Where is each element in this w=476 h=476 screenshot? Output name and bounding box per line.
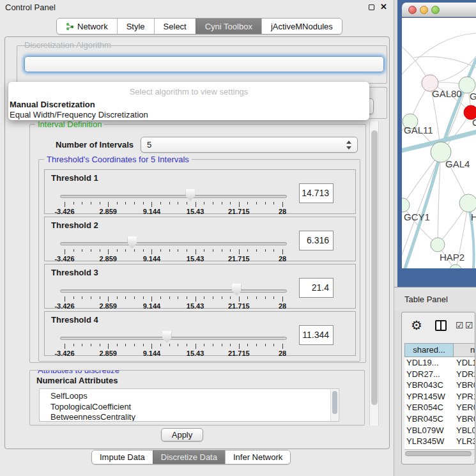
gear-icon[interactable]: ⚙ <box>411 318 422 333</box>
node-bottom-partial[interactable] <box>449 265 462 268</box>
network-canvas[interactable]: GAL80 GA C GAL11 GAL4 GCY1 H HAP2 <box>402 18 476 268</box>
table-cell: YDL1 <box>454 357 475 369</box>
menu-item-equal-width-frequency[interactable]: Equal Width/Frequency Discretization <box>8 110 369 120</box>
network-window-titlebar[interactable] <box>402 3 476 17</box>
attributes-group-label: Attributes to discretize <box>35 370 122 375</box>
table-row[interactable]: YER054CYER0 <box>404 402 475 413</box>
tab-label: Network <box>77 22 108 31</box>
slider-tick-labels: -3.4262.8599.14415.4321.71528 <box>65 255 282 263</box>
table-panel-window: ⚙ ☑ ☑ shared... na YDL19...YDL1YDR27...Y… <box>401 312 475 464</box>
threshold-2-panel: Threshold 2 -3.4262.8599.14415.4321.7152… <box>44 217 356 261</box>
threshold-value-field[interactable]: 21.4 <box>299 278 334 298</box>
table-cell: YBR045C <box>404 413 454 425</box>
attribute-list-item[interactable]: TopologicalCoefficient <box>40 402 339 413</box>
threshold-4-panel: Threshold 4 -3.4262.8599.14415.4321.7152… <box>44 311 356 356</box>
zoom-traffic-light[interactable] <box>431 6 440 14</box>
table-row[interactable]: YBR045CYBR0 <box>404 413 475 425</box>
tick-label: 2.859 <box>99 208 117 215</box>
table-horizontal-scrollbar[interactable] <box>404 449 475 456</box>
tick-label: 28 <box>279 255 286 263</box>
tab-impute-data[interactable]: Impute Data <box>92 450 153 464</box>
list-scrollbar[interactable] <box>330 390 338 422</box>
table-row[interactable]: YPR145WYPR1 <box>404 391 475 403</box>
control-panel-window: Control Panel ✕ Network Style Select Cyn… <box>0 0 394 476</box>
tab-network[interactable]: Network <box>57 19 117 34</box>
threshold-value-field[interactable]: 6.316 <box>299 231 334 250</box>
float-window-icon[interactable] <box>369 4 374 10</box>
tab-jactivemnodules[interactable]: jActiveMNodules <box>261 19 342 34</box>
threshold-2-slider[interactable]: -3.4262.8599.14415.4321.71528 <box>60 234 287 262</box>
table-row[interactable]: YBR043CYBR0 <box>404 380 475 391</box>
table-cell: YDR27... <box>404 369 454 380</box>
menu-item-manual-discretization[interactable]: Manual Discretization <box>8 100 369 110</box>
table-panel-header: Table Panel <box>394 287 476 311</box>
table-body: YDL19...YDL1YDR27...YDR2YBR043CYBR0YPR14… <box>404 357 475 456</box>
tick-label: 2.859 <box>99 349 117 357</box>
slider-thumb[interactable] <box>127 236 137 249</box>
table-row[interactable]: YBL079WYBL0 <box>404 425 475 436</box>
tab-cyni-toolbox[interactable]: Cyni Toolbox <box>196 19 261 34</box>
table-scrollbar-thumb[interactable] <box>405 451 472 456</box>
close-traffic-light[interactable] <box>408 6 417 14</box>
control-panel-titlebar[interactable]: Control Panel ✕ <box>0 0 394 14</box>
minimize-traffic-light[interactable] <box>420 6 428 14</box>
tab-discretize-data[interactable]: Discretize Data <box>153 450 225 464</box>
slider-ticks <box>65 344 282 349</box>
tick-label: -3.426 <box>54 255 74 263</box>
node-h[interactable] <box>459 194 476 212</box>
slider-thumb[interactable] <box>232 284 242 296</box>
threshold-value-field[interactable]: 11.344 <box>299 325 334 345</box>
numerical-attributes-list[interactable]: SelfLoopsTopologicalCoefficientBetweenne… <box>39 388 339 422</box>
node-label: GAL4 <box>445 158 470 169</box>
table-row[interactable]: YDL19...YDL1 <box>404 357 475 369</box>
threshold-3-slider[interactable]: -3.4262.8599.14415.4321.71528 <box>60 281 287 309</box>
panel-scrollbar-thumb[interactable] <box>371 130 378 405</box>
node-gcy1[interactable] <box>402 198 410 212</box>
tab-style[interactable]: Style <box>117 19 154 34</box>
table-cell: YLR3 <box>454 436 475 447</box>
table-row[interactable]: YLR345WYLR3 <box>404 436 475 447</box>
number-of-intervals-combo[interactable]: 5 <box>141 137 358 153</box>
bottom-tab-bar: Impute Data Discretize Data Infer Networ… <box>91 450 291 464</box>
apply-button[interactable]: Apply <box>161 428 203 441</box>
column-header-name[interactable]: na <box>454 343 475 357</box>
tab-infer-network[interactable]: Infer Network <box>225 450 290 464</box>
slider-thumb[interactable] <box>185 189 195 201</box>
tick-label: 15.43 <box>187 302 204 310</box>
threshold-value-field[interactable]: 14.713 <box>299 183 334 203</box>
algorithm-combo[interactable] <box>24 56 384 72</box>
slider-thumb[interactable] <box>162 331 172 343</box>
threshold-4-slider[interactable]: -3.4262.8599.14415.4321.71528 <box>60 328 287 357</box>
close-icon[interactable]: ✕ <box>380 2 387 12</box>
table-cell: YPR145W <box>404 391 454 403</box>
checkbox-checked-icon[interactable]: ☑ <box>465 320 473 330</box>
threshold-label: Threshold 2 <box>51 220 98 230</box>
tick-label: 9.144 <box>143 302 161 310</box>
tick-label: 9.144 <box>143 255 161 263</box>
slider-ticks <box>65 249 282 255</box>
attribute-list-item[interactable]: SelfLoops <box>40 391 339 402</box>
column-header-shared-name[interactable]: shared... <box>404 343 454 357</box>
tick-label: 2.859 <box>99 302 117 310</box>
table-cell: YER0 <box>454 402 475 413</box>
node-label: H <box>471 211 476 222</box>
attribute-list-item[interactable]: BetweennessCentrality <box>40 412 339 422</box>
column-view-icon[interactable] <box>435 320 447 331</box>
checkbox-checked-icon[interactable]: ☑ <box>456 320 464 330</box>
tab-select[interactable]: Select <box>154 19 196 34</box>
table-row[interactable]: YDR27...YDR2 <box>404 369 475 380</box>
discretization-algorithm-label: Discretization Algorithm <box>22 40 114 50</box>
tick-label: 2.859 <box>99 255 117 263</box>
number-of-intervals-value: 5 <box>147 140 151 150</box>
threshold-label: Threshold 4 <box>51 315 98 325</box>
threshold-1-slider[interactable]: -3.4262.8599.14415.4321.71528 <box>60 187 287 215</box>
table-panel-title: Table Panel <box>404 295 448 304</box>
table-cell: YDR2 <box>454 369 475 380</box>
table-toolbar: ⚙ ☑ ☑ <box>402 312 475 341</box>
tick-label: 28 <box>279 208 286 215</box>
window-title: Control Panel <box>5 3 56 12</box>
panel-scrollbar[interactable] <box>369 121 379 426</box>
list-scrollbar-thumb[interactable] <box>332 391 337 414</box>
node-hap2[interactable] <box>431 238 445 252</box>
combo-arrows-icon <box>346 140 352 150</box>
